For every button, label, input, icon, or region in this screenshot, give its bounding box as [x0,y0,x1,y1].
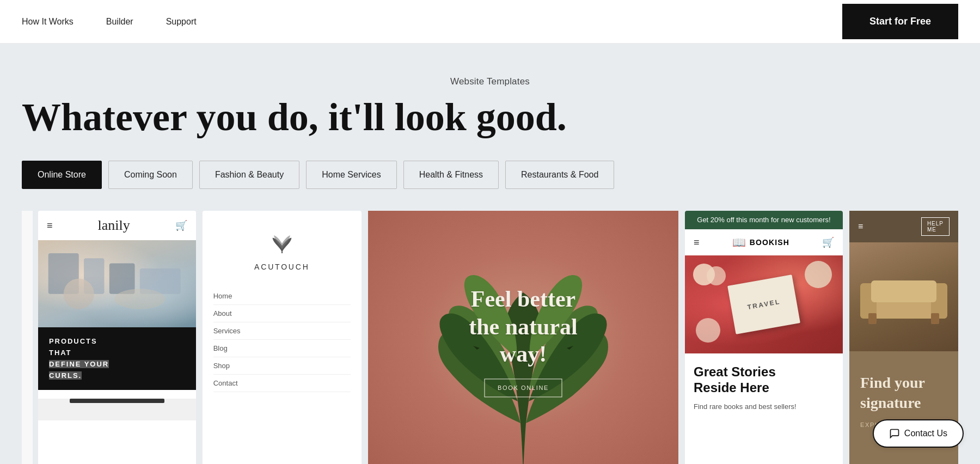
acutouch-nav-blog[interactable]: Blog [213,340,351,357]
acutouch-nav-about[interactable]: About [213,305,351,322]
start-for-free-button[interactable]: Start for Free [842,4,958,39]
acutouch-nav-contact[interactable]: Contact [213,375,351,392]
aloe-text-overlay: Feel better the natural way! BOOK ONLINE [446,286,601,398]
templates-area: ≡ lanily 🛒 PRODUCTS THAT [22,211,958,464]
lanily-logo: lanily [97,217,130,234]
acutouch-nav-services[interactable]: Services [213,322,351,340]
template-card-bookish[interactable]: Get 20% off this month for new customers… [685,211,843,464]
hero-section: Website Templates Whatever you do, it'll… [0,44,980,464]
tab-online-store[interactable]: Online Store [22,161,102,189]
contact-us-button[interactable]: Contact Us [873,419,964,448]
furniture-image [849,242,958,351]
aloe-book-online-button[interactable]: BOOK ONLINE [484,379,562,398]
aloe-tagline: Feel better the natural way! [446,286,601,368]
svg-rect-10 [871,280,936,302]
nav-links: How It Works Builder Support [22,17,197,27]
hero-label: Website Templates [22,76,958,87]
svg-point-5 [114,289,165,309]
lotus-svg [268,227,296,254]
contact-us-label: Contact Us [904,429,947,438]
tab-restaurants-food[interactable]: Restaurants & Food [505,161,614,189]
nav-link-support[interactable]: Support [166,17,197,27]
bookish-promo-banner: Get 20% off this month for new customers… [685,211,843,229]
furniture-menu-icon: ≡ [858,222,863,231]
acutouch-brand-name: ACUTOUCH [254,262,309,271]
acutouch-nav-home[interactable]: Home [213,288,351,305]
bookish-menu-icon: ≡ [694,237,700,248]
tab-fashion-beauty[interactable]: Fashion & Beauty [199,161,299,189]
bookish-image: TRAVEL [685,255,843,353]
filter-tabs: Online Store Coming Soon Fashion & Beaut… [22,161,958,189]
tab-home-services[interactable]: Home Services [306,161,396,189]
tab-coming-soon[interactable]: Coming Soon [108,161,193,189]
acutouch-nav: Home About Services Blog Shop Contact [213,288,351,392]
bookish-book-icon: 📖 [732,236,746,249]
bookish-body: Great Stories Reside Here Find rare book… [685,353,843,423]
svg-point-4 [64,279,94,309]
furniture-header: ≡ HELPME [849,211,958,242]
lanily-image [38,240,196,327]
nav-link-builder[interactable]: Builder [106,17,133,27]
flower-petal-3 [805,261,832,288]
furniture-help-button[interactable]: HELPME [921,217,950,236]
acutouch-nav-shop[interactable]: Shop [213,357,351,375]
bookish-image-bg: TRAVEL [685,255,843,353]
nav-link-how-it-works[interactable]: How It Works [22,17,74,27]
lanily-cart-icon: 🛒 [175,219,187,231]
bookish-cart-icon: 🛒 [822,236,834,248]
flower-petal-2 [707,266,726,285]
acutouch-logo: ACUTOUCH [254,227,309,271]
bookish-description: Find rare books and best sellers! [694,401,834,412]
lanily-scene-svg [38,240,196,327]
tab-health-fitness[interactable]: Health & Fitness [403,161,499,189]
lanily-header: ≡ lanily 🛒 [38,211,196,240]
chat-icon [889,428,900,439]
svg-rect-2 [109,264,135,294]
lanily-text-block: PRODUCTS THAT DEFINE YOUR CURLS. [38,327,196,390]
acutouch-lotus-icon [268,227,296,259]
travel-book: TRAVEL [727,275,800,334]
hero-title: Whatever you do, it'll look good. [22,96,958,139]
furniture-tagline: Find your signature [860,373,947,413]
bookish-header: ≡ 📖 BOOKISH 🛒 [685,229,843,255]
bookish-brand-name: BOOKISH [750,238,789,247]
lanily-tagline-line1: PRODUCTS THAT DEFINE YOUR CURLS. [49,336,185,381]
bookish-logo: 📖 BOOKISH [732,236,789,249]
sofa-svg [855,270,953,324]
lanily-bottom [38,399,196,420]
svg-rect-12 [931,313,939,324]
flower-petal-4 [696,318,720,343]
bookish-title: Great Stories Reside Here [694,364,834,396]
lanily-menu-icon: ≡ [47,220,53,231]
template-card-aloe[interactable]: Feel better the natural way! BOOK ONLINE [368,211,678,464]
main-nav: How It Works Builder Support Start for F… [0,0,980,44]
svg-rect-11 [868,313,877,324]
template-card-lanily[interactable]: ≡ lanily 🛒 PRODUCTS THAT [38,211,196,464]
template-card-acutouch[interactable]: ACUTOUCH Home About Services Blog Shop C… [203,211,362,464]
left-sliver [22,211,33,464]
